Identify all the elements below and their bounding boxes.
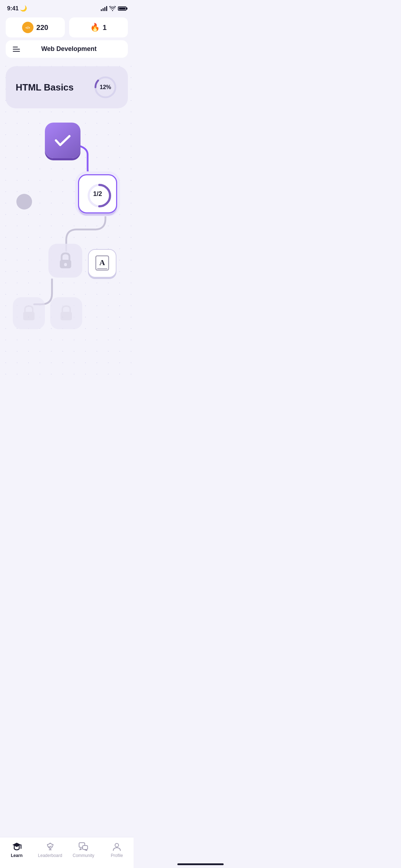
course-header: Web Development — [6, 40, 128, 58]
status-icons — [101, 6, 126, 11]
in-progress-ring: 1/2 — [85, 181, 110, 206]
lesson-node-small — [16, 194, 32, 210]
module-progress-text: 12% — [100, 84, 111, 91]
svg-text:</>: </> — [26, 26, 30, 30]
stats-bar: </> 220 🔥 1 — [6, 17, 128, 37]
streak-value: 1 — [103, 24, 106, 32]
svg-rect-12 — [26, 315, 32, 319]
main-content: HTML Basics 12% — [0, 61, 134, 378]
svg-rect-7 — [64, 263, 67, 266]
lesson-node-locked-1 — [48, 244, 82, 278]
svg-text:A: A — [99, 258, 105, 267]
lesson-node-in-progress[interactable]: 1/2 — [78, 174, 117, 213]
nodes-area: 1/2 A — [6, 123, 128, 372]
code-points-pill: </> 220 — [6, 17, 65, 37]
lock-icon-3 — [59, 305, 73, 322]
wifi-icon — [109, 6, 116, 11]
module-card[interactable]: HTML Basics 12% — [6, 66, 128, 108]
lesson-node-locked-2 — [13, 297, 45, 329]
fire-icon: 🔥 — [90, 23, 100, 32]
vocab-icon: A — [94, 254, 110, 272]
status-time: 9:41 🌙 — [7, 5, 27, 12]
lesson-node-locked-3 — [50, 297, 82, 329]
time-display: 9:41 — [7, 5, 19, 12]
svg-rect-13 — [61, 312, 72, 320]
status-bar: 9:41 🌙 — [0, 0, 134, 15]
lesson-node-completed[interactable] — [45, 123, 80, 158]
lock-icon-2 — [22, 305, 36, 322]
menu-icon[interactable] — [13, 47, 20, 52]
code-points-value: 220 — [36, 24, 48, 32]
lesson-node-vocab: A — [88, 249, 116, 278]
signal-icon — [101, 6, 107, 11]
course-title: Web Development — [24, 45, 114, 53]
moon-icon: 🌙 — [20, 5, 27, 12]
module-progress-ring: 12% — [93, 75, 118, 100]
code-icon: </> — [22, 22, 33, 33]
module-title: HTML Basics — [16, 82, 74, 93]
streak-pill: 🔥 1 — [69, 17, 128, 37]
in-progress-text: 1/2 — [93, 190, 102, 198]
lock-icon-1 — [58, 252, 73, 270]
battery-icon — [118, 6, 126, 11]
